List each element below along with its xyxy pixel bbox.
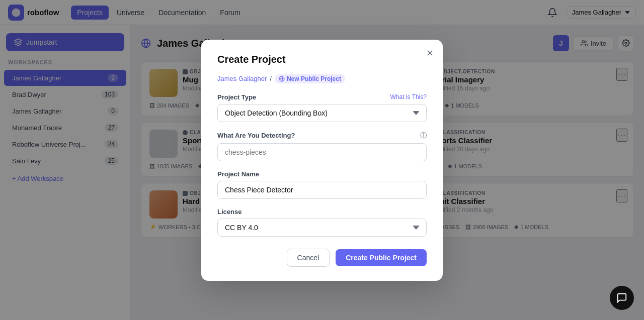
chat-bubble[interactable] xyxy=(610,286,634,310)
breadcrumb-user[interactable]: James Gallagher xyxy=(217,75,267,82)
chat-icon xyxy=(616,292,627,303)
cancel-button[interactable]: Cancel xyxy=(287,249,330,267)
what-is-this-link[interactable]: What is This? xyxy=(390,93,427,100)
modal-actions: Cancel Create Public Project xyxy=(217,249,427,267)
license-select[interactable]: CC BY 4.0 xyxy=(217,219,427,237)
license-label: License xyxy=(217,208,427,216)
license-field: License CC BY 4.0 xyxy=(217,208,427,237)
globe-badge-icon xyxy=(279,76,285,82)
project-type-field: Project Type What is This? Object Detect… xyxy=(217,93,427,122)
what-detecting-input[interactable] xyxy=(217,143,427,161)
project-name-label: Project Name xyxy=(217,170,427,178)
project-type-label: Project Type What is This? xyxy=(217,93,427,101)
create-project-modal: ✕ Create Project James Gallagher / New P… xyxy=(201,40,443,281)
what-detecting-field: What Are You Detecting? ⓘ xyxy=(217,131,427,161)
breadcrumb-separator: / xyxy=(270,75,272,82)
new-public-badge: New Public Project xyxy=(275,74,345,83)
project-type-select[interactable]: Object Detection (Bounding Box) xyxy=(217,104,427,122)
modal-overlay[interactable]: ✕ Create Project James Gallagher / New P… xyxy=(0,0,644,320)
help-icon[interactable]: ⓘ xyxy=(420,131,427,140)
project-name-field: Project Name xyxy=(217,170,427,199)
create-project-button[interactable]: Create Public Project xyxy=(336,249,427,266)
modal-close-button[interactable]: ✕ xyxy=(426,48,434,59)
what-detecting-label: What Are You Detecting? ⓘ xyxy=(217,131,427,140)
new-public-label: New Public Project xyxy=(287,75,341,82)
modal-title: Create Project xyxy=(217,54,427,65)
modal-breadcrumb: James Gallagher / New Public Project xyxy=(217,74,427,83)
project-name-input[interactable] xyxy=(217,181,427,199)
